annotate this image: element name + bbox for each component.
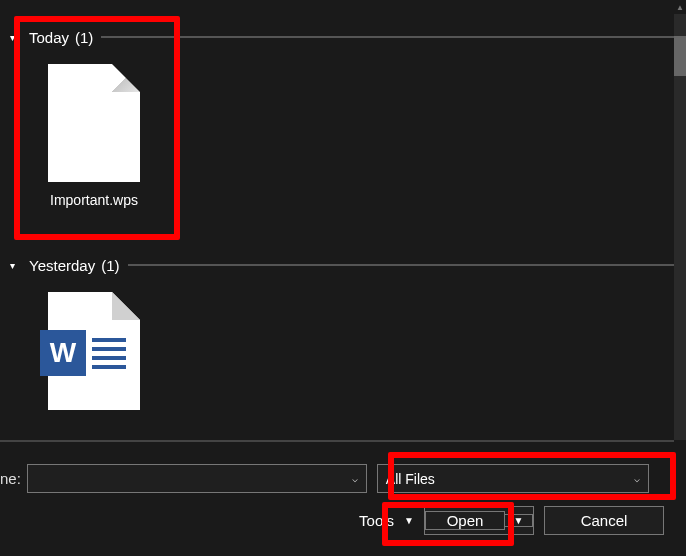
group-label: Yesterday (15, 257, 99, 274)
file-type-filter[interactable]: All Files ⌵ (377, 464, 649, 493)
group-count: (1) (75, 29, 93, 46)
word-document-icon: W (48, 292, 140, 410)
group-header[interactable]: ▾ Today (1) (4, 22, 674, 52)
dialog-footer: ne: ⌵ All Files ⌵ Tools ▼ Open ▼ Cancel (0, 444, 674, 556)
triangle-down-icon: ▼ (404, 515, 414, 526)
chevron-down-icon: ⌵ (634, 473, 640, 484)
scrollbar-thumb[interactable] (674, 36, 686, 76)
file-list-area: ▾ Today (1) Important.wps ▾ Yesterday (1… (0, 0, 674, 440)
scroll-up-arrow[interactable]: ▲ (674, 0, 686, 14)
open-button[interactable]: Open ▼ (424, 506, 534, 535)
chevron-down-icon: ⌵ (352, 473, 358, 484)
open-button-dropdown[interactable]: ▼ (505, 514, 533, 527)
filename-label: ne: (0, 470, 21, 487)
group-yesterday: ▾ Yesterday (1) W (4, 250, 674, 420)
cancel-button[interactable]: Cancel (544, 506, 664, 535)
separator (0, 440, 674, 442)
group-label: Today (15, 29, 73, 46)
file-name: Important.wps (34, 192, 154, 208)
file-item-important-wps[interactable]: Important.wps (34, 64, 154, 208)
file-item-word-doc[interactable]: W (34, 292, 154, 420)
group-count: (1) (101, 257, 119, 274)
filename-input[interactable]: ⌵ (27, 464, 367, 493)
group-rule (101, 36, 674, 38)
tools-menu[interactable]: Tools ▼ (359, 512, 414, 529)
group-rule (128, 264, 674, 266)
open-button-main[interactable]: Open (425, 511, 505, 530)
tools-label: Tools (359, 512, 394, 529)
group-header[interactable]: ▾ Yesterday (1) (4, 250, 674, 280)
filter-value: All Files (386, 471, 435, 487)
group-today: ▾ Today (1) Important.wps (4, 22, 674, 208)
document-icon (48, 64, 140, 182)
